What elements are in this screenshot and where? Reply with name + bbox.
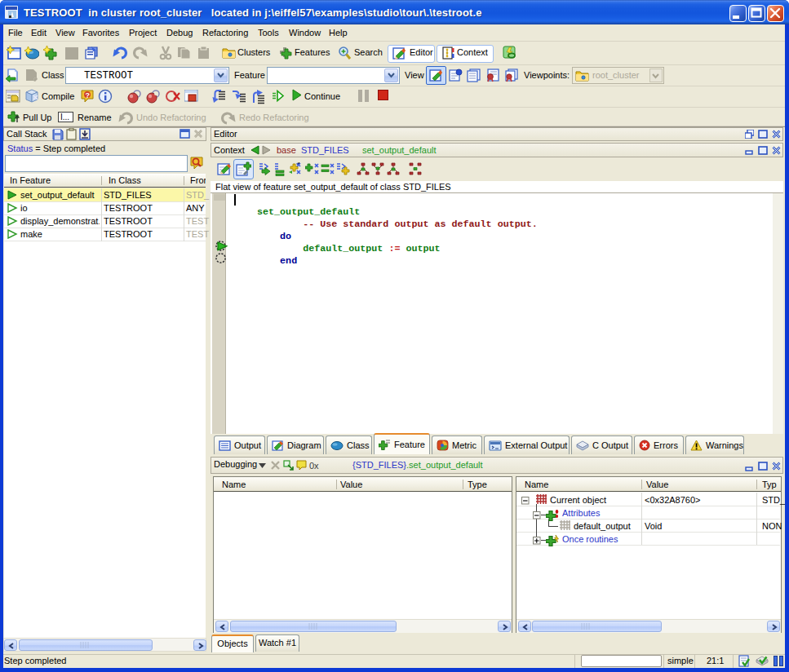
svg-text:?: ?: [86, 91, 91, 99]
